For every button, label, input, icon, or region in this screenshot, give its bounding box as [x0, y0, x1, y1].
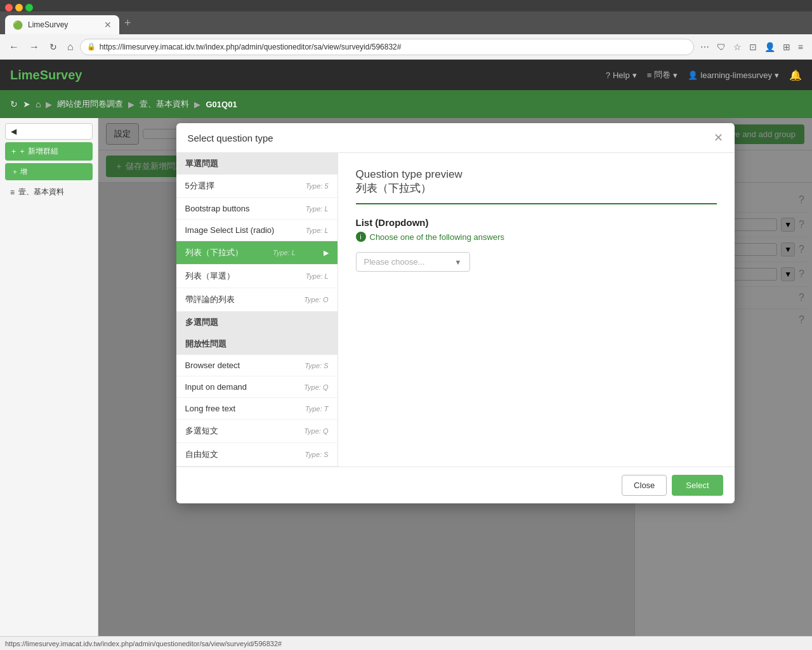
item-5point-label: 5分選擇: [185, 180, 214, 192]
app-logo: LimeSurvey: [10, 68, 82, 83]
preview-info-row: i Choose one of the following answers: [356, 232, 717, 242]
user-chevron-icon: ▾: [775, 70, 779, 80]
item-long-type: Type: T: [305, 405, 328, 413]
item-bootstrap[interactable]: Bootstrap buttons Type: L: [176, 198, 337, 220]
item-long-free-text[interactable]: Long free text Type: T: [176, 398, 337, 420]
item-image-type: Type: L: [306, 227, 329, 234]
item-browser-label: Browser detect: [185, 361, 240, 370]
refresh-button[interactable]: ↻: [46, 39, 61, 55]
forward-button[interactable]: →: [25, 39, 43, 55]
tab-title: LimeSurvey: [28, 20, 68, 29]
bookmark-icon[interactable]: ⊡: [748, 41, 758, 53]
item-comment-type: Type: O: [304, 296, 328, 303]
item-input-demand[interactable]: Input on demand Type: Q: [176, 376, 337, 398]
home-button[interactable]: ⌂: [63, 39, 77, 55]
help-link[interactable]: ? Help ▾: [606, 70, 637, 80]
shield-icon[interactable]: 🛡: [716, 41, 727, 53]
dropdown-placeholder: Please choose...: [364, 257, 425, 267]
breadcrumb-survey-link[interactable]: 網站使用問卷調查: [57, 98, 123, 110]
modal-preview-area: Question type preview 列表（下拉式） List (Drop…: [338, 153, 735, 467]
item-bootstrap-type: Type: L: [306, 205, 329, 213]
select-button[interactable]: Select: [672, 475, 723, 496]
item-list-single[interactable]: 列表（單選） Type: L: [176, 265, 337, 288]
breadcrumb-refresh-icon[interactable]: ↻: [10, 99, 18, 109]
preview-heading: Question type preview: [356, 168, 717, 181]
user-link[interactable]: 👤 learning-limesurvey ▾: [688, 70, 779, 80]
browser-tab[interactable]: 🟢 LimeSurvey ✕: [5, 15, 119, 34]
back-button[interactable]: ←: [5, 39, 23, 55]
toggle-left-icon: ◀: [11, 127, 16, 136]
breadcrumb-group-link[interactable]: 壹、基本資料: [140, 98, 189, 110]
item-long-label: Long free text: [185, 404, 236, 413]
item-multitext-label: 多選短文: [185, 425, 218, 437]
item-multitext-type: Type: Q: [304, 427, 328, 435]
modal-body: 單選問題 5分選擇 Type: 5 Bootstrap buttons Type…: [176, 153, 735, 467]
modal-title: Select question type: [188, 133, 273, 143]
preview-subheading: 列表（下拉式）: [356, 181, 717, 196]
url-text: https://limesurvey.imacat.idv.tw/index.p…: [100, 43, 402, 51]
breadcrumb-current: G01Q01: [206, 100, 237, 109]
breadcrumb-forward-icon[interactable]: ➤: [23, 99, 30, 109]
breadcrumb-sep3: ▶: [194, 100, 200, 109]
window-max-btn[interactable]: [25, 4, 33, 11]
item-list-dropdown[interactable]: 列表（下拉式） Type: L ▶: [176, 241, 337, 265]
item-dropdown-label: 列表（下拉式）: [185, 247, 243, 258]
preview-info-text: Choose one of the following answers: [370, 232, 504, 242]
item-5point-type: Type: 5: [306, 182, 329, 190]
select-question-type-dialog: Select question type ✕ 單選問題: [176, 123, 735, 503]
info-icon: i: [356, 232, 366, 242]
modal-footer: Close Select: [176, 467, 735, 503]
category-multiple-choice: 多選問題: [176, 312, 337, 333]
more-icon[interactable]: ≡: [797, 41, 804, 53]
preview-dropdown[interactable]: Please choose... ▼: [356, 252, 470, 272]
window-close-btn[interactable]: [5, 4, 13, 11]
item-browser-type: Type: S: [304, 362, 328, 369]
item-bootstrap-label: Bootstrap buttons: [185, 204, 250, 213]
breadcrumb-home-icon[interactable]: ⌂: [36, 99, 41, 109]
extensions-btn[interactable]: ⋯: [699, 41, 710, 53]
page-content: 設定 Save and add group ＋ 儲存並新增問題 ▶: [98, 118, 812, 650]
close-button[interactable]: Close: [622, 475, 667, 496]
item-freetext-label: 自由短文: [185, 449, 218, 460]
add-group-button[interactable]: + ＋ 新增群組: [5, 142, 93, 161]
address-bar[interactable]: 🔒 https://limesurvey.imacat.idv.tw/index…: [80, 39, 694, 55]
item-dropdown-chevron-icon: ▶: [324, 249, 329, 257]
questions-link[interactable]: ≡ 問卷 ▾: [647, 69, 678, 81]
help-chevron-icon: ▾: [632, 70, 637, 80]
profile-icon[interactable]: 👤: [763, 41, 776, 53]
lock-icon: 🔒: [87, 43, 96, 51]
item-image-select[interactable]: Image Select List (radio) Type: L: [176, 220, 337, 241]
sidebar-item-section[interactable]: ≡ 壹、基本資料: [5, 183, 93, 201]
preview-divider: [356, 203, 717, 204]
category-open-question: 開放性問題: [176, 333, 337, 355]
tab-close-icon[interactable]: ✕: [104, 20, 112, 30]
tab-favicon: 🟢: [13, 20, 23, 30]
notification-bell-icon[interactable]: 🔔: [789, 69, 802, 81]
sidebar-toggle-button[interactable]: ◀: [5, 123, 93, 140]
modal-close-button[interactable]: ✕: [714, 131, 723, 145]
status-bar: https://limesurvey.imacat.idv.tw/index.p…: [0, 636, 812, 650]
left-sidebar: ◀ + ＋ 新增群組 ＋ 增 ≡ 壹、基本資料: [0, 118, 98, 650]
window-min-btn[interactable]: [15, 4, 23, 11]
status-url: https://limesurvey.imacat.idv.tw/index.p…: [5, 640, 282, 647]
grid-icon[interactable]: ⊞: [782, 41, 792, 53]
item-demand-type: Type: Q: [304, 383, 328, 391]
plus-icon: +: [11, 147, 16, 156]
item-free-short-text[interactable]: 自由短文 Type: S: [176, 443, 337, 467]
item-5point[interactable]: 5分選擇 Type: 5: [176, 175, 337, 198]
new-tab-button[interactable]: +: [119, 17, 136, 30]
add-button[interactable]: ＋ 增: [5, 163, 93, 180]
preview-type-title: List (Dropdown): [356, 217, 717, 228]
item-multi-short-text[interactable]: 多選短文 Type: Q: [176, 420, 337, 443]
item-list-comment[interactable]: 帶評論的列表 Type: O: [176, 288, 337, 312]
dropdown-arrow-icon: ▼: [455, 258, 462, 266]
star-icon[interactable]: ☆: [732, 41, 743, 53]
modal-header: Select question type ✕: [176, 123, 735, 153]
item-browser-detect[interactable]: Browser detect Type: S: [176, 355, 337, 376]
breadcrumb-sep2: ▶: [128, 100, 134, 109]
breadcrumb-sep1: ▶: [46, 100, 52, 109]
item-single-type: Type: L: [306, 272, 329, 280]
help-icon: ?: [606, 70, 610, 80]
list-icon: ≡: [10, 188, 15, 197]
item-demand-label: Input on demand: [185, 382, 247, 392]
